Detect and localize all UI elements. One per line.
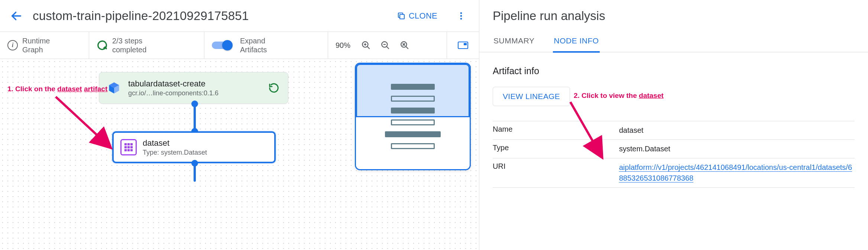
tab-node-info[interactable]: NODE INFO bbox=[553, 31, 599, 53]
pipeline-step-node[interactable]: tabulardataset-create gcr.io/…line-compo… bbox=[99, 72, 288, 104]
step-subtitle: gcr.io/…line-components:0.1.6 bbox=[128, 89, 266, 98]
zoom-cell: 90% bbox=[328, 32, 447, 59]
expand-artifacts-toggle[interactable] bbox=[212, 42, 231, 49]
back-button[interactable] bbox=[9, 9, 24, 23]
uri-link[interactable]: aiplatform://v1/projects/462141068491/lo… bbox=[619, 163, 852, 182]
svg-rect-16 bbox=[464, 43, 467, 45]
kv-row-uri: URI aiplatform://v1/projects/46214106849… bbox=[493, 158, 855, 188]
svg-rect-1 bbox=[400, 14, 404, 19]
side-panel-title: Pipeline run analysis bbox=[479, 0, 868, 31]
kv-row-name: Name dataset bbox=[493, 121, 855, 140]
runtime-label-1: Runtime bbox=[22, 36, 50, 45]
zoom-out-button[interactable] bbox=[379, 39, 392, 52]
runtime-label-2: Graph bbox=[22, 45, 50, 54]
svg-line-14 bbox=[406, 46, 408, 49]
zoom-in-icon bbox=[361, 40, 371, 50]
zoom-reset-icon bbox=[400, 40, 409, 50]
pipeline-artifact-node[interactable]: dataset Type: system.Dataset bbox=[112, 131, 276, 163]
step-name: tabulardataset-create bbox=[128, 79, 266, 89]
svg-line-7 bbox=[367, 46, 370, 49]
svg-line-18 bbox=[56, 97, 108, 145]
expand-label-1: Expand bbox=[240, 36, 267, 45]
copy-icon bbox=[397, 11, 406, 20]
step-refresh-button[interactable] bbox=[266, 80, 281, 95]
expand-label-2: Artifacts bbox=[240, 45, 267, 54]
steps-sub: completed bbox=[112, 45, 146, 54]
zoom-reset-button[interactable] bbox=[398, 39, 411, 52]
recenter-cell bbox=[447, 32, 479, 59]
svg-point-4 bbox=[460, 18, 462, 20]
svg-point-3 bbox=[460, 15, 462, 17]
kv-value: dataset bbox=[619, 125, 855, 136]
zoom-in-button[interactable] bbox=[359, 39, 373, 52]
kv-value: system.Dataset bbox=[619, 144, 855, 154]
expand-artifacts-cell: Expand Artifacts bbox=[204, 32, 328, 59]
more-vert-icon bbox=[456, 11, 466, 21]
cube-icon bbox=[106, 81, 122, 95]
minimap-node bbox=[391, 96, 435, 102]
tab-summary[interactable]: SUMMARY bbox=[493, 31, 535, 52]
artifact-subtitle: Type: system.Dataset bbox=[143, 148, 207, 157]
view-lineage-button[interactable]: VIEW LINEAGE bbox=[493, 87, 570, 106]
page-title: custom-train-pipeline-20210929175851 bbox=[33, 9, 382, 23]
zoom-percent: 90% bbox=[336, 41, 350, 50]
zoom-out-icon bbox=[380, 40, 390, 50]
artifact-info-header: Artifact info bbox=[493, 66, 855, 76]
arrow-left-icon bbox=[10, 10, 23, 22]
recenter-icon bbox=[457, 41, 469, 50]
minimap-node bbox=[391, 84, 435, 90]
pipeline-edge bbox=[194, 104, 196, 131]
runtime-graph-cell: i Runtime Graph bbox=[0, 32, 89, 59]
minimap-node bbox=[391, 108, 435, 114]
progress-partial-icon bbox=[97, 40, 108, 51]
minimap-node bbox=[391, 119, 435, 125]
steps-count: 2/3 steps bbox=[112, 36, 146, 45]
pipeline-canvas[interactable]: 1. Click on the dataset artifact tabular… bbox=[0, 59, 479, 250]
dataset-icon bbox=[120, 139, 137, 155]
artifact-name: dataset bbox=[143, 138, 207, 148]
recenter-button[interactable] bbox=[457, 41, 469, 50]
minimap-node bbox=[391, 143, 435, 149]
minimap[interactable] bbox=[355, 63, 471, 170]
kv-key: Name bbox=[493, 125, 619, 134]
info-icon: i bbox=[7, 40, 18, 50]
refresh-icon bbox=[268, 82, 279, 93]
kv-key: URI bbox=[493, 162, 619, 171]
minimap-node bbox=[385, 131, 441, 137]
steps-status-cell: 2/3 steps completed bbox=[89, 32, 204, 59]
annotation-2: 2. Click to view the dataset bbox=[574, 92, 664, 100]
kv-key: Type bbox=[493, 144, 619, 152]
kv-value: aiplatform://v1/projects/462141068491/lo… bbox=[619, 162, 855, 184]
more-button[interactable] bbox=[452, 7, 470, 25]
annotation-1: 1. Click on the dataset artifact bbox=[7, 85, 107, 93]
svg-line-11 bbox=[386, 46, 389, 49]
kv-row-type: Type system.Dataset bbox=[493, 140, 855, 158]
clone-button[interactable]: CLONE bbox=[391, 7, 443, 24]
clone-label: CLONE bbox=[409, 11, 437, 21]
svg-point-2 bbox=[460, 12, 462, 14]
pipeline-edge-out bbox=[194, 163, 196, 182]
